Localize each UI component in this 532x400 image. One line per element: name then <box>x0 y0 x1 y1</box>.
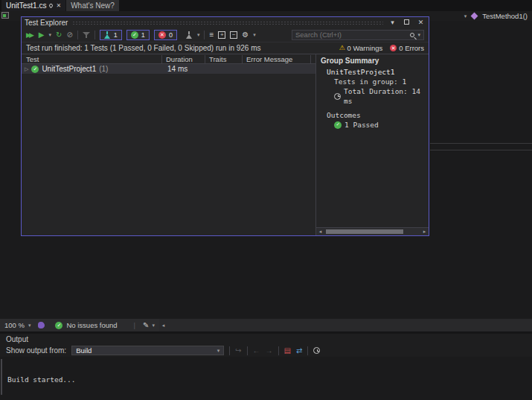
test-list-pane: Test Duration Traits Error Message ▷ ✓ U… <box>22 54 316 235</box>
scroll-left-icon[interactable]: ◂ <box>159 323 167 328</box>
output-source-dropdown[interactable]: Build ▾ <box>71 346 224 355</box>
chevron-down-icon[interactable]: ▾ <box>464 13 467 19</box>
toolbar-separator <box>307 346 308 355</box>
test-duration: 14 ms <box>167 65 188 73</box>
search-icon[interactable] <box>410 33 414 37</box>
word-wrap-icon[interactable]: ⇄ <box>296 346 302 355</box>
test-explorer-titlebar[interactable]: Test Explorer ▾ ✕ <box>22 17 429 28</box>
previous-message-icon[interactable]: ← <box>253 346 260 355</box>
health-status-text[interactable]: No issues found <box>66 321 117 329</box>
test-hierarchy-icon[interactable]: ≡ <box>209 31 214 39</box>
error-icon: ✕ <box>390 45 397 51</box>
test-list-header: Test Duration Traits Error Message <box>22 54 315 64</box>
expand-all-icon[interactable]: + <box>218 31 225 39</box>
scrollbar-thumb[interactable] <box>326 229 403 234</box>
statusbar-separator: | <box>134 321 135 329</box>
search-dropdown-icon[interactable]: ▾ <box>417 32 420 38</box>
tab-unittest1[interactable]: UnitTest1.cs ✕ <box>1 0 65 11</box>
zoom-dropdown-icon[interactable]: ▾ <box>28 323 31 328</box>
repeat-last-run-button[interactable]: ↻ <box>56 31 62 39</box>
code-cleanup-dropdown-icon[interactable]: ▾ <box>152 323 155 328</box>
settings-dropdown-icon[interactable]: ▾ <box>253 32 256 38</box>
summary-tests-in-group: Tests in group: 1 <box>321 77 426 86</box>
editor-status-bar: 100 % ▾ ✓ No issues found | ✎ ▾ ◂ <box>0 319 532 331</box>
toolbar-separator <box>247 346 248 355</box>
output-toolbar: Show output from: Build ▾ ↪ ← → ▤ ⇄ <box>0 344 532 357</box>
expander-icon[interactable]: ▷ <box>25 66 28 72</box>
outcomes-header: Outcomes <box>321 110 426 120</box>
toolbar-separator <box>278 346 279 355</box>
flask-icon <box>104 31 111 39</box>
output-panel: Output Show output from: Build ▾ ↪ ← → ▤… <box>0 334 532 400</box>
close-window-icon[interactable]: ✕ <box>416 18 426 27</box>
column-traits[interactable]: Traits <box>209 55 226 63</box>
window-title: Test Explorer <box>25 19 68 27</box>
column-duration[interactable]: Duration <box>166 55 193 63</box>
drag-grip[interactable] <box>72 21 383 25</box>
run-dropdown-icon[interactable]: ▾ <box>49 32 52 38</box>
cancel-run-button[interactable]: ⊘ <box>66 31 72 39</box>
test-row-unittestproject1[interactable]: ▷ ✓ UnitTestProject1 (1) 14 ms <box>22 64 315 74</box>
window-position-icon[interactable]: ▾ <box>388 18 397 27</box>
failed-tests-filter-button[interactable]: ✕ 0 <box>154 30 177 40</box>
group-by-dropdown-icon[interactable]: ▾ <box>197 32 200 38</box>
run-all-tests-button[interactable]: ▶▶ <box>26 31 34 39</box>
visual-studio-window: UnitTest1.cs ✕ What's New? ▾ TestMethod1… <box>0 0 532 400</box>
chevron-down-icon: ▾ <box>217 348 220 354</box>
settings-gear-icon[interactable]: ⚙ <box>242 31 249 39</box>
column-test[interactable]: Test <box>26 55 39 63</box>
column-error-message[interactable]: Error Message <box>246 55 292 63</box>
scroll-left-icon[interactable]: ◂ <box>316 229 324 235</box>
pin-icon[interactable] <box>48 3 54 8</box>
scroll-right-icon[interactable]: ▸ <box>420 229 429 235</box>
tab-whats-new[interactable]: What's New? <box>66 0 119 11</box>
output-scrollbar[interactable] <box>1 359 2 395</box>
summary-horizontal-scrollbar[interactable]: ◂ ▸ <box>316 227 429 235</box>
group-summary-pane: Group Summary UnitTestProject1 Tests in … <box>316 54 429 235</box>
maximize-icon[interactable] <box>402 18 411 27</box>
passed-check-icon: ✓ <box>131 31 138 39</box>
editor-horizontal-scrollbar[interactable]: ◂ <box>159 319 532 331</box>
summary-group-name: UnitTestProject1 <box>321 67 426 77</box>
search-box[interactable]: ▾ <box>292 30 424 40</box>
test-passed-icon: ✓ <box>31 66 39 73</box>
test-explorer-toolbar: ▶▶ ▶ ▾ ↻ ⊘ 1 ✓ 1 ✕ 0 ▾ ≡ + <box>22 28 429 42</box>
outcome-passed: 1 Passed <box>344 120 379 130</box>
health-check-icon: ✓ <box>55 322 63 329</box>
errors-count[interactable]: 0 Errors <box>399 43 424 53</box>
warnings-count[interactable]: 0 Warnings <box>347 43 383 53</box>
code-cleanup-pen-icon[interactable]: ✎ <box>143 321 149 329</box>
document-tab-bar: UnitTest1.cs ✕ What's New? <box>0 0 532 11</box>
test-explorer-content: Test Duration Traits Error Message ▷ ✓ U… <box>22 54 429 235</box>
toolbar-separator <box>77 31 78 39</box>
timestamp-clock-icon[interactable] <box>313 347 320 354</box>
editor-splitter-line <box>430 143 532 144</box>
group-summary-header: Group Summary <box>321 57 426 65</box>
tab-label: What's New? <box>71 1 115 10</box>
warning-icon: ⚠ <box>339 43 344 53</box>
show-output-from-label: Show output from: <box>6 346 66 355</box>
next-message-icon[interactable]: → <box>266 346 273 355</box>
search-input[interactable] <box>295 31 407 39</box>
total-tests-filter-button[interactable]: 1 <box>100 30 122 40</box>
output-log[interactable]: Build started... 1>------ Build started:… <box>0 357 532 400</box>
toolbar-separator <box>229 346 230 355</box>
group-by-icon[interactable] <box>186 31 193 39</box>
toolbar-separator <box>94 31 95 39</box>
ide-status-icon[interactable] <box>38 322 45 328</box>
toolbar-separator <box>204 31 205 39</box>
editor-splitter-line <box>430 150 532 150</box>
passed-tests-filter-button[interactable]: ✓ 1 <box>126 30 150 40</box>
goto-message-icon[interactable]: ↪ <box>235 346 241 355</box>
close-tab-icon[interactable]: ✕ <box>56 2 61 9</box>
passed-check-icon: ✓ <box>334 121 342 129</box>
zoom-level[interactable]: 100 % <box>0 321 25 329</box>
member-dropdown[interactable]: TestMethod1() <box>482 12 528 20</box>
collapse-all-icon[interactable]: − <box>230 31 237 39</box>
output-line: Build started... <box>7 375 532 384</box>
clear-all-icon[interactable]: ▤ <box>284 346 291 355</box>
filter-icon[interactable] <box>83 31 90 39</box>
method-icon <box>471 13 478 20</box>
run-button[interactable]: ▶ <box>39 31 45 39</box>
output-panel-title: Output <box>0 334 532 344</box>
